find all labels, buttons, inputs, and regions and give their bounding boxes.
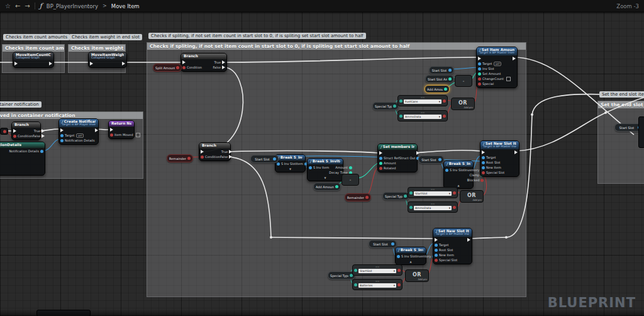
comment-end-slot[interactable]: Set the end slot item using the start sl… <box>597 101 644 184</box>
enum-dropdown[interactable]: Batteries▾ <box>358 283 396 288</box>
exec-pin-icon[interactable] <box>482 150 485 154</box>
pin-icon[interactable] <box>277 162 280 166</box>
pin-icon[interactable] <box>424 274 427 278</box>
pin-icon[interactable] <box>399 115 402 118</box>
enum-dropdown[interactable]: StartSlot▾ <box>358 269 396 273</box>
pin-icon[interactable] <box>478 67 481 71</box>
pin-icon[interactable] <box>443 99 446 103</box>
pin-icon[interactable] <box>399 99 402 103</box>
nav-forward-icon[interactable]: → <box>25 0 30 12</box>
pin-icon[interactable] <box>444 87 447 91</box>
breadcrumb-blueprint[interactable]: BP_PlayerInventory <box>47 3 98 9</box>
pin-icon[interactable] <box>201 155 204 159</box>
compare-cmp-3b[interactable]: ==Batteries▾ <box>352 279 402 290</box>
getter-start-slot-bottom[interactable]: Start Slot <box>369 240 397 248</box>
exec-pin-icon[interactable] <box>222 65 225 69</box>
pin-icon[interactable] <box>480 179 484 182</box>
getter-special-type-1[interactable]: Special Type <box>372 102 399 110</box>
pin-icon[interactable] <box>445 169 448 172</box>
pin-icon[interactable] <box>482 156 485 159</box>
pin-icon[interactable] <box>379 157 382 160</box>
node-create-notification-in-child[interactable]: ƒCreate Notification in ChildTarget is B… <box>58 118 99 145</box>
exec-pin-icon[interactable] <box>379 151 382 155</box>
getter-add-amount-2[interactable]: Add Amount <box>313 183 341 191</box>
node-return-node[interactable]: Return NodeItem Moved <box>108 120 135 139</box>
getter-special-type-3[interactable]: Special Type <box>328 271 355 279</box>
exec-pin-icon[interactable] <box>182 60 186 64</box>
pin-icon[interactable] <box>453 206 456 209</box>
graph-canvas[interactable]: Checks item count amountsChecks item cou… <box>0 0 644 316</box>
exec-pin-icon[interactable] <box>14 62 18 65</box>
enum-dropdown[interactable]: FuelCans▾ <box>404 99 441 104</box>
pin-icon[interactable] <box>349 166 352 169</box>
exec-pin-icon[interactable] <box>513 57 516 60</box>
pin-icon[interactable] <box>482 171 485 174</box>
expand-down-icon[interactable]: ▼ <box>275 167 305 172</box>
pin-icon[interactable] <box>478 82 481 86</box>
pin-icon[interactable] <box>13 135 16 138</box>
pin-icon[interactable] <box>3 130 6 133</box>
pin-icon[interactable] <box>343 176 347 179</box>
pin-icon[interactable] <box>273 157 276 161</box>
stub-pin-left-edge[interactable] <box>0 128 8 135</box>
pin-icon[interactable] <box>309 166 312 169</box>
pin-icon[interactable] <box>478 62 481 65</box>
exec-pin-icon[interactable] <box>514 150 518 154</box>
pin-icon[interactable] <box>407 277 410 280</box>
or-or-3[interactable]: ORAdd pin <box>405 269 429 282</box>
or-or-1[interactable]: ORAdd pin <box>451 98 475 110</box>
compare-cmp-2a[interactable]: ==StartSlot▾ <box>408 187 458 198</box>
exec-pin-icon[interactable] <box>478 57 481 60</box>
pin-icon[interactable] <box>391 242 394 245</box>
exec-pin-icon[interactable] <box>95 128 98 132</box>
exec-pin-icon[interactable] <box>416 151 419 155</box>
getter-remainder-2[interactable]: Remainder <box>345 193 371 201</box>
node-set-new-slot-item-2[interactable]: ƒSet New Slot ItemTarget is BP Master In… <box>433 228 472 264</box>
exec-pin-icon[interactable] <box>60 128 64 132</box>
node-break-invslot-2[interactable]: ƒBreak S_InvSlotS Inv SlotInventoryClamp… <box>443 161 474 189</box>
exec-pin-icon[interactable] <box>222 60 225 64</box>
enum-dropdown[interactable]: AmmoData▾ <box>414 206 452 210</box>
compare-cmp-3a[interactable]: ==StartSlot▾ <box>352 264 402 276</box>
pin-icon[interactable] <box>409 191 413 195</box>
pin-icon[interactable] <box>462 193 465 196</box>
node-set-members-invitem[interactable]: ƒSet members in S_InvItemStruct RefAmoun… <box>377 144 418 172</box>
exec-pin-icon[interactable] <box>110 128 113 132</box>
pin-icon[interactable] <box>187 157 191 160</box>
pin-icon[interactable] <box>393 104 396 108</box>
pin-icon[interactable] <box>453 105 456 108</box>
pin-icon[interactable] <box>379 162 382 165</box>
pin-icon[interactable] <box>176 66 179 69</box>
pin-icon[interactable] <box>478 77 481 81</box>
pin-icon[interactable] <box>60 134 64 137</box>
node-break-invslot-1[interactable]: ƒBreak S_InvSlotS Inv SlotItem▼ <box>275 154 306 172</box>
compare-cmp-1b[interactable]: ==AmmoData▾ <box>397 110 448 121</box>
pin-icon[interactable] <box>435 259 438 262</box>
or-or-2[interactable]: ORAdd pin <box>460 190 484 203</box>
exec-pin-icon[interactable] <box>122 62 125 65</box>
exec-pin-icon[interactable] <box>229 150 232 154</box>
favorite-star-icon[interactable]: ☆ <box>5 0 11 12</box>
pin-icon[interactable] <box>110 133 113 137</box>
pin-icon[interactable] <box>435 249 438 252</box>
pin-icon[interactable] <box>453 100 456 103</box>
pin-icon[interactable] <box>482 161 485 164</box>
exec-pin-icon[interactable] <box>229 155 232 159</box>
nav-back-icon[interactable]: ← <box>15 0 20 12</box>
node-break-invitem[interactable]: ƒBreak S_InvItemS Inv ItemAmountDecay Ti… <box>307 158 343 181</box>
node-branch-notification[interactable]: BranchConditionTrueFalse <box>11 121 41 140</box>
node-move-item-count-checks[interactable]: MoveItemCountChecksCollapsed Graph <box>13 52 54 68</box>
pin-icon[interactable] <box>435 254 438 257</box>
node-set-item-amount[interactable]: ƒSet Item AmountTarget is BP Master Inve… <box>476 47 518 88</box>
pin-icon[interactable] <box>397 269 401 272</box>
getter-start-slot-mid[interactable]: Start Slot <box>250 155 279 163</box>
node-branch-split[interactable]: BranchConditionTrueFalse <box>180 53 227 72</box>
getter-remainder-1[interactable]: Remainder? <box>167 154 193 162</box>
node-set-new-slot-item-1[interactable]: ƒSet New Slot ItemTarget is BP Master In… <box>480 140 519 177</box>
pin-icon[interactable] <box>467 80 470 83</box>
pin-icon[interactable] <box>397 255 400 258</box>
checkbox[interactable] <box>506 77 511 81</box>
node-make-notification-details[interactable]: ƒMake S_NotificationDetails▾Notification… <box>0 142 45 176</box>
add-pin-label[interactable]: Add pin <box>464 106 473 109</box>
pin-icon[interactable] <box>448 77 452 81</box>
